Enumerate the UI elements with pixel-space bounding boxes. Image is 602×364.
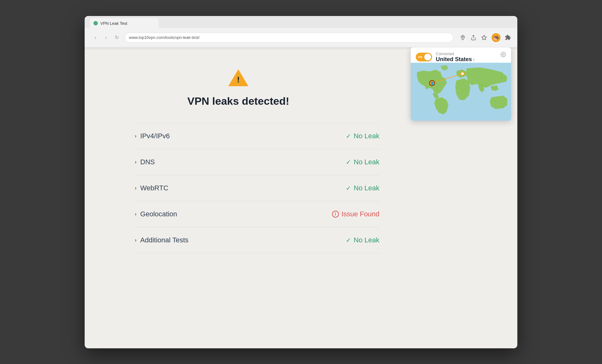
leak-label-webrtc: › WebRTC (135, 184, 168, 192)
toolbar-icons: 🦔 (460, 33, 511, 42)
issue-icon-geolocation: ! (332, 211, 339, 218)
leak-label-geolocation: › Geolocation (135, 210, 177, 218)
nav-buttons: ‹ › ↻ (91, 33, 121, 42)
vpn-map: 🪣 (411, 63, 511, 121)
browser-chrome: VPN Leak Test ‹ › ↻ www.top10vpn.com/too… (85, 16, 517, 47)
leak-label-text-additional: Additional Tests (140, 236, 188, 244)
leak-row-dns[interactable]: › DNS ✓ No Leak (135, 149, 379, 175)
chevron-icon-webrtc: › (135, 185, 136, 191)
back-button[interactable]: ‹ (91, 33, 100, 42)
chevron-icon-ipv4ipv6: › (135, 133, 136, 139)
leak-status-ipv4ipv6: ✓ No Leak (346, 132, 379, 140)
share-icon[interactable] (470, 34, 477, 41)
leak-status-text-dns: No Leak (354, 158, 379, 166)
leak-label-text-dns: DNS (140, 158, 155, 166)
chevron-icon-dns: › (135, 159, 136, 165)
check-icon-additional: ✓ (346, 236, 351, 244)
main-content: ! VPN leaks detected! › IPv4/IPv6 ✓ No L… (85, 49, 392, 272)
svg-point-0 (462, 36, 463, 38)
browser-toolbar: ‹ › ↻ www.top10vpn.com/tools/vpn-leak-te… (85, 28, 517, 47)
vpn-popup: ON Connected United States › (411, 47, 511, 121)
vpn-country-arrow: › (473, 57, 475, 62)
leak-status-additional: ✓ No Leak (346, 236, 379, 244)
browser-content: ! VPN leaks detected! › IPv4/IPv6 ✓ No L… (85, 47, 517, 348)
warning-triangle-icon: ! (227, 68, 249, 87)
leak-status-text-ipv4ipv6: No Leak (354, 132, 379, 140)
leak-status-geolocation: ! Issue Found (332, 210, 379, 218)
tab-favicon (93, 21, 98, 25)
svg-text:🪣: 🪣 (430, 82, 434, 85)
leak-row-webrtc[interactable]: › WebRTC ✓ No Leak (135, 175, 379, 201)
bookmark-icon[interactable] (481, 34, 487, 41)
leak-status-text-additional: No Leak (354, 236, 379, 244)
page-title: VPN leaks detected! (135, 95, 342, 107)
vpn-country[interactable]: United States › (436, 56, 475, 63)
leak-label-dns: › DNS (135, 158, 155, 166)
browser-tab[interactable]: VPN Leak Test (90, 18, 159, 28)
vpn-toggle-label: ON (418, 55, 422, 59)
check-icon-ipv4ipv6: ✓ (346, 132, 351, 140)
svg-text:!: ! (237, 75, 240, 84)
chevron-icon-additional: › (135, 237, 136, 243)
chevron-icon-geolocation: › (135, 211, 136, 217)
leak-label-ipv4ipv6: › IPv4/IPv6 (135, 132, 170, 140)
extensions-button[interactable] (505, 34, 511, 41)
leak-label-additional: › Additional Tests (135, 236, 188, 244)
leak-label-text-webrtc: WebRTC (140, 184, 168, 192)
leak-tests-list: › IPv4/IPv6 ✓ No Leak › DNS ✓ (135, 123, 379, 253)
reload-button[interactable]: ↻ (112, 33, 121, 42)
url-text: www.top10vpn.com/tools/vpn-leak-test/ (129, 35, 199, 40)
vpn-status-text: Connected United States › (436, 52, 475, 63)
vpn-connection-info: ON Connected United States › (416, 52, 475, 63)
vpn-settings-icon[interactable] (500, 52, 506, 59)
leak-status-text-webrtc: No Leak (354, 184, 379, 192)
browser-window: VPN Leak Test ‹ › ↻ www.top10vpn.com/too… (85, 16, 517, 348)
address-bar[interactable]: www.top10vpn.com/tools/vpn-leak-test/ (125, 33, 453, 43)
location-icon[interactable] (460, 34, 466, 41)
leak-label-text-ipv4ipv6: IPv4/IPv6 (140, 132, 170, 140)
check-icon-dns: ✓ (346, 158, 351, 166)
vpn-toggle[interactable]: ON (416, 53, 432, 61)
leak-row-ipv4ipv6[interactable]: › IPv4/IPv6 ✓ No Leak (135, 123, 379, 149)
leak-status-dns: ✓ No Leak (346, 158, 379, 166)
vpn-drag-handle (456, 49, 466, 50)
browser-tabs: VPN Leak Test (85, 16, 517, 29)
vpn-connected-label: Connected (436, 52, 475, 56)
svg-point-11 (461, 72, 464, 75)
leak-label-text-geolocation: Geolocation (140, 210, 177, 218)
svg-point-4 (503, 54, 504, 55)
leak-status-text-geolocation: Issue Found (341, 210, 379, 218)
warning-icon-container: ! (135, 68, 342, 87)
tab-title: VPN Leak Test (100, 21, 127, 26)
vpn-toggle-knob (424, 54, 431, 61)
check-icon-webrtc: ✓ (346, 184, 351, 192)
svg-marker-1 (482, 35, 487, 40)
leak-status-webrtc: ✓ No Leak (346, 184, 379, 192)
leak-row-additional[interactable]: › Additional Tests ✓ No Leak (135, 227, 379, 253)
leak-row-geolocation[interactable]: › Geolocation ! Issue Found (135, 201, 379, 227)
vpn-country-name: United States (436, 56, 472, 63)
forward-button[interactable]: › (102, 33, 110, 42)
vpn-extension-icon[interactable]: 🦔 (492, 33, 500, 42)
